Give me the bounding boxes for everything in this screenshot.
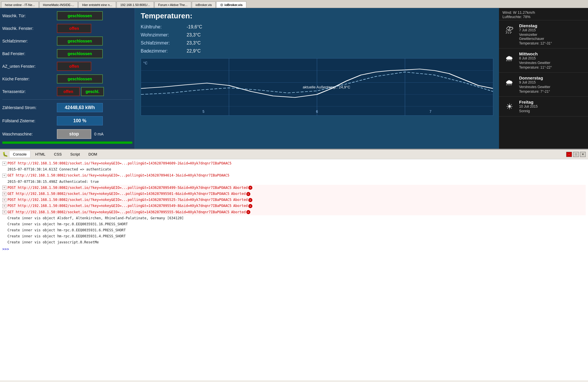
chart-x-labels: 5 6 7 bbox=[141, 110, 493, 114]
zaehlerstand-row: Zählerstand Strom: 42448,63 kWh bbox=[2, 102, 132, 113]
log-line-10: Create inner vis object Alsdorf, Altenki… bbox=[2, 215, 586, 221]
schlafzimmer-btn[interactable]: geschlossen bbox=[57, 36, 103, 46]
no-expand-12 bbox=[2, 228, 7, 233]
waschk-tuer-btn[interactable]: geschlossen bbox=[57, 11, 103, 20]
weather-donnerstag: 🌧 Donnerstag 9 Juli 2015 Verstreutes Gew… bbox=[499, 73, 588, 97]
schlafzimmer-temp-name: Schlafzimmer: bbox=[141, 40, 187, 46]
tab-5[interactable]: Forum • Aktive The... bbox=[154, 1, 191, 8]
log-method-3: GET http://192.168.1.50:8082/socket.io/?… bbox=[7, 173, 229, 178]
weather-dienstag-temp: Temperature: 12°-31° bbox=[519, 41, 585, 45]
weather-dienstag-date: 7 Juli 2015 bbox=[519, 28, 585, 32]
bad-fenster-label: Bad Fenster: bbox=[2, 51, 57, 56]
expand-icon-7[interactable]: + bbox=[2, 198, 6, 202]
console-prompt[interactable]: >>> bbox=[2, 246, 586, 251]
log-line-12: Create inner vis object hm-rpc.0.EEQ0035… bbox=[2, 227, 586, 233]
weather-donnerstag-info: Donnerstag 9 Juli 2015 Verstreutes Gewit… bbox=[519, 75, 585, 94]
log-line-4: 2015-07-07T16:38:15.498Z Authenticated: … bbox=[2, 179, 586, 185]
no-expand-2 bbox=[2, 167, 7, 172]
tab-7-active[interactable]: ⊗ ioBroker.vis bbox=[216, 1, 246, 8]
schlafzimmer-row: Schlafzimmer: geschlossen bbox=[2, 36, 132, 46]
green-bar bbox=[2, 141, 132, 144]
log-line-13: Create inner vis object hm-rpc.0.EEQ0035… bbox=[2, 233, 586, 239]
terrassentuer-geschl-btn[interactable]: geschl. bbox=[81, 87, 104, 96]
kuehltruhe-value: -19,6°C bbox=[187, 24, 202, 30]
weather-donnerstag-icon: 🌧 bbox=[502, 75, 516, 89]
weather-freitag-icon: ☀ bbox=[502, 100, 516, 113]
no-expand-4 bbox=[2, 179, 7, 185]
kueche-fenster-btn[interactable]: geschlossen bbox=[57, 74, 103, 84]
aborted-badge-8: Aborted bbox=[233, 203, 248, 209]
tab-3[interactable]: Hier entsteht eine n... bbox=[78, 1, 116, 8]
log-text-2: 2015-07-07T16:38:14.613Z Connected => au… bbox=[7, 167, 111, 172]
expand-icon-5[interactable]: + bbox=[2, 186, 6, 190]
badezimmer-value: 22,9°C bbox=[187, 49, 201, 54]
weather-mittwoch-desc: Verstreutes Gewitter bbox=[519, 61, 585, 65]
log-line-9: + GET http://192.168.1.50:8082/socket.io… bbox=[2, 209, 586, 215]
devtools-window-buttons: - □ ✕ bbox=[566, 152, 586, 157]
log-line-8: + POST http://192.168.1.50:8082/socket.i… bbox=[2, 203, 586, 209]
expand-icon-9[interactable]: + bbox=[2, 210, 6, 214]
kuehltruhe-row: Kühltruhe: -19,6°C bbox=[141, 24, 493, 30]
terrassentuer-offen-btn[interactable]: offen bbox=[57, 87, 80, 96]
bad-fenster-btn[interactable]: geschlossen bbox=[57, 49, 103, 58]
tab-2[interactable]: HomeMatic-INSIDE-... bbox=[39, 1, 78, 8]
chart-x-label-6: 6 bbox=[316, 110, 318, 114]
tab-close-icon[interactable]: ⊗ bbox=[220, 3, 223, 7]
log-method-8: POST http://192.168.1.50:8082/socket.io/… bbox=[7, 203, 231, 209]
browser-tabs: heise online - IT-Ne... HomeMatic-INSIDE… bbox=[0, 0, 588, 8]
weather-donnerstag-name: Donnerstag bbox=[519, 75, 585, 80]
divider bbox=[2, 99, 132, 100]
waschmaschine-stop-btn[interactable]: stop bbox=[57, 129, 91, 139]
tab-4[interactable]: 192.168.1.50:8081/... bbox=[117, 1, 154, 8]
devtools-tab-dom[interactable]: DOM bbox=[85, 151, 101, 158]
devtools-tab-css[interactable]: CSS bbox=[50, 151, 65, 158]
tab-1[interactable]: heise online - IT-Ne... bbox=[1, 1, 39, 8]
weather-wind-humidity: Wind: W 11.27km/h Luftfeuchte: 78% bbox=[499, 8, 588, 20]
expand-icon-1[interactable]: + bbox=[2, 162, 6, 166]
expand-icon-3[interactable]: + bbox=[2, 174, 6, 178]
log-text-4: 2015-07-07T16:38:15.498Z Authenticated: … bbox=[7, 179, 99, 185]
devtools-minimize-btn[interactable]: - bbox=[566, 152, 572, 157]
aborted-badge-7: Aborted bbox=[233, 197, 248, 203]
devtools-tab-html[interactable]: HTML bbox=[32, 151, 49, 158]
log-line-1: + POST http://192.168.1.50:8082/socket.i… bbox=[2, 160, 586, 166]
log-line-7: + POST http://192.168.1.50:8082/socket.i… bbox=[2, 197, 586, 203]
no-expand-14 bbox=[2, 240, 7, 245]
zaehlerstand-value: 42448,63 kWh bbox=[57, 103, 103, 112]
terrassentuer-btns: offen geschl. bbox=[57, 87, 104, 96]
devtools-tab-console[interactable]: Console bbox=[9, 151, 30, 158]
badezimmer-row: Badezimmer: 22,9°C bbox=[141, 49, 493, 54]
fuellstand-value: 100 % bbox=[57, 116, 103, 125]
devtools-close-btn[interactable]: ✕ bbox=[580, 152, 586, 157]
weather-mittwoch-info: Mittwoch 8 Juli 2015 Verstreutes Gewitte… bbox=[519, 51, 585, 69]
terrassentuer-row: Terrassentür: offen geschl. bbox=[2, 86, 132, 97]
log-line-11: Create inner vis object hm-rpc.0.EEQ0035… bbox=[2, 221, 586, 227]
chart-x-label-7: 7 bbox=[430, 110, 432, 114]
fuellstand-row: Füllstand Zisterne: 100 % bbox=[2, 115, 132, 127]
aborted-badge-5: Aborted bbox=[233, 185, 248, 191]
az-unten-btn[interactable]: offen bbox=[57, 62, 91, 71]
temperature-chart: °C aktuelle Außentemp.: 24,9°C 5 6 7 bbox=[141, 58, 493, 116]
weather-panel: Wind: W 11.27km/h Luftfeuchte: 78% ⛈ Die… bbox=[499, 8, 588, 149]
waschk-fenster-btn[interactable]: offen bbox=[57, 24, 91, 33]
humidity-line: Luftfeuchte: 78% bbox=[502, 15, 585, 19]
weather-dienstag-icon: ⛈ bbox=[502, 23, 516, 37]
waschmaschine-row: Waschmaschine: stop 0 mA bbox=[2, 128, 132, 140]
weather-mittwoch-date: 8 Juli 2015 bbox=[519, 56, 585, 60]
tab-6[interactable]: ioBroker.vis bbox=[192, 1, 216, 8]
log-method-9: GET http://192.168.1.50:8082/socket.io/?… bbox=[7, 210, 229, 215]
log-method-6: GET http://192.168.1.50:8082/socket.io/?… bbox=[7, 191, 229, 197]
weather-mittwoch-temp: Temperature: 11°-22° bbox=[519, 65, 585, 69]
devtools-tab-script[interactable]: Script bbox=[67, 151, 84, 158]
expand-icon-8[interactable]: + bbox=[2, 204, 6, 208]
schlafzimmer-label: Schlafzimmer: bbox=[2, 39, 57, 43]
devtools-restore-btn[interactable]: □ bbox=[573, 152, 579, 157]
expand-icon-6[interactable]: + bbox=[2, 192, 6, 196]
log-line-2: 2015-07-07T16:38:14.613Z Connected => au… bbox=[2, 166, 586, 172]
no-expand-13 bbox=[2, 234, 7, 239]
devtools-console[interactable]: + POST http://192.168.1.50:8082/socket.i… bbox=[0, 159, 588, 380]
wohnzimmer-row: Wohnzimmer: 23,3°C bbox=[141, 32, 493, 38]
aborted-badge-6: Aborted bbox=[231, 191, 246, 197]
waschk-fenster-row: Waschk. Fenster: offen bbox=[2, 23, 132, 34]
left-panel: Waschk. Tür: geschlossen Waschk. Fenster… bbox=[0, 8, 135, 149]
